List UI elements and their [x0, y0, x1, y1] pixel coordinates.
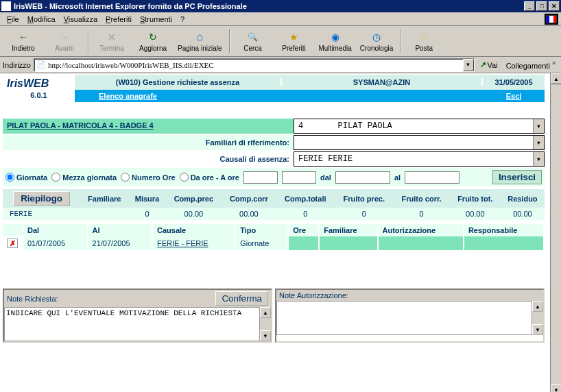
toolbar-separator: [400, 29, 401, 53]
window-title: IrisWEB - Microsoft Internet Explorer fo…: [14, 2, 524, 10]
causali-row: Causali di assenza: FERIE FERIE ▼: [3, 151, 545, 167]
detail-header-row: Dal Al Causale Tipo Ore Familiare Autori…: [3, 224, 544, 236]
delete-icon[interactable]: [7, 238, 18, 248]
cell-comp-prec: 00.00: [166, 208, 222, 220]
media-button[interactable]: Multimedia: [315, 27, 356, 55]
causali-select[interactable]: FERIE FERIE ▼: [294, 151, 545, 167]
col-fruito-tot: Fruito tot.: [450, 189, 501, 208]
note-autorizzazione: Note Autorizzazione: ▲▼: [275, 289, 545, 343]
page-content: IrisWEB 6.0.1 (W010) Gestione richieste …: [0, 73, 550, 392]
inserisci-button[interactable]: Inserisci: [492, 170, 542, 184]
brand-version: 6.0.1: [7, 90, 71, 99]
date-label: 31/05/2005: [483, 78, 545, 86]
back-button[interactable]: Indietro: [3, 27, 44, 55]
toolbar-separator: [88, 29, 88, 53]
user-label: SYSMAN@AZIN: [280, 78, 483, 86]
input-ore1[interactable]: [243, 171, 278, 184]
input-al[interactable]: [405, 171, 459, 184]
riepilogo-button[interactable]: Riepilogo: [13, 191, 70, 206]
col-comp-corr: Comp.corr: [222, 189, 276, 208]
cell-comp-corr: 00.00: [222, 208, 276, 220]
menu-modifica[interactable]: Modifica: [23, 14, 60, 25]
note-richiesta-textarea[interactable]: [4, 307, 260, 341]
home-button[interactable]: Pagina iniziale: [174, 27, 226, 55]
close-button[interactable]: ✕: [549, 1, 560, 11]
search-button[interactable]: Cerca: [232, 27, 274, 55]
conferma-button[interactable]: Conferma: [215, 291, 268, 306]
col-fruito-prec: Fruito prec.: [335, 189, 393, 208]
nav-esci[interactable]: Esci: [483, 92, 545, 100]
familiari-row: Familiari di riferimento: ▼: [3, 135, 545, 150]
menu-preferiti[interactable]: Preferiti: [102, 14, 136, 25]
note-autorizzazione-textarea[interactable]: [276, 301, 532, 335]
dcell-al: 21/07/2005: [88, 236, 153, 250]
chevron-down-icon[interactable]: ▼: [533, 152, 544, 166]
person-label[interactable]: PILAT PAOLA - MATRICOLA 4 - BADGE 4: [3, 119, 294, 134]
radio-mezza[interactable]: Mezza giornata: [51, 173, 117, 182]
toolbar: Indietro Avanti Termina Aggiorna Pagina …: [0, 26, 561, 57]
riepilogo-table: Riepilogo Familiare Misura Comp.prec Com…: [3, 189, 545, 220]
input-ore2[interactable]: [282, 171, 316, 184]
menu-file[interactable]: File: [3, 14, 23, 25]
forward-icon: [58, 30, 71, 44]
chevron-down-icon[interactable]: ▼: [533, 119, 544, 133]
familiari-label: Familiari di riferimento:: [3, 136, 294, 149]
note-autorizzazione-label: Note Autorizzazione:: [279, 291, 348, 299]
address-input[interactable]: [48, 61, 463, 69]
maximize-button[interactable]: □: [536, 1, 547, 11]
page-icon: [36, 60, 47, 71]
scroll-down-icon[interactable]: ▼: [551, 384, 561, 392]
menu-visualizza[interactable]: Visualizza: [60, 14, 102, 25]
dcell-responsabile: [464, 236, 544, 250]
dcol-tipo: Tipo: [235, 224, 288, 236]
input-dal[interactable]: [335, 171, 390, 184]
cell-fruito-tot: 00.00: [450, 208, 501, 220]
vertical-scrollbar[interactable]: ▲ ▼: [550, 73, 561, 392]
app-header: IrisWEB 6.0.1 (W010) Gestione richieste …: [3, 75, 545, 102]
options-row: Giornata Mezza giornata Numero Ore Da or…: [3, 168, 545, 186]
causali-label: Causali di assenza:: [3, 152, 294, 166]
radio-numero-ore[interactable]: Numero Ore: [121, 173, 176, 182]
links-label[interactable]: Collegamenti »: [503, 60, 558, 70]
textarea-scrollbar[interactable]: ▲▼: [260, 307, 271, 341]
app-icon: [1, 1, 11, 11]
dcol-causale: Causale: [152, 224, 235, 236]
dcol-al: Al: [88, 224, 153, 236]
nav-elenco[interactable]: Elenco anagrafe: [75, 92, 181, 100]
mail-button[interactable]: Posta: [403, 27, 444, 55]
star-icon: [287, 30, 301, 44]
menu-help[interactable]: ?: [176, 14, 189, 25]
go-icon: [480, 60, 486, 69]
dcell-causale[interactable]: FERIE - FERIE: [157, 239, 208, 247]
home-icon: [193, 30, 206, 44]
stop-button[interactable]: Termina: [91, 27, 132, 55]
dcell-autorizzazione: [378, 236, 464, 250]
familiari-select[interactable]: ▼: [294, 135, 545, 150]
mail-icon: [417, 30, 431, 44]
window-buttons: _ □ ✕: [524, 1, 560, 11]
riepilogo-label: FERIE: [3, 208, 80, 220]
go-button[interactable]: Vai: [477, 58, 501, 72]
textarea-scrollbar[interactable]: ▲▼: [532, 301, 543, 335]
address-dropdown[interactable]: ▼: [463, 59, 474, 71]
scroll-up-icon[interactable]: ▲: [551, 73, 561, 84]
person-bar: PILAT PAOLA - MATRICOLA 4 - BADGE 4 4 PI…: [3, 119, 545, 134]
dcell-tipo: Giornate: [235, 236, 288, 250]
refresh-button[interactable]: Aggiorna: [132, 27, 174, 55]
history-button[interactable]: Cronologia: [356, 27, 397, 55]
person-select-value: 4 PILAT PAOLA: [294, 121, 533, 131]
favorites-button[interactable]: Preferiti: [274, 27, 315, 55]
back-icon: [16, 30, 30, 44]
radio-da-a[interactable]: Da ore - A ore: [180, 173, 239, 182]
radio-giornata[interactable]: Giornata: [5, 173, 47, 182]
person-select[interactable]: 4 PILAT PAOLA ▼: [294, 119, 545, 134]
col-comp-totali: Comp.totali: [276, 189, 335, 208]
dcol-dal: Dal: [23, 224, 88, 236]
chevron-down-icon[interactable]: ▼: [533, 136, 544, 149]
forward-button[interactable]: Avanti: [44, 27, 85, 55]
dcol-responsabile: Responsabile: [464, 224, 544, 236]
menu-strumenti[interactable]: Strumenti: [136, 14, 176, 25]
window-titlebar: IrisWEB - Microsoft Internet Explorer fo…: [0, 0, 561, 12]
toolbar-separator: [229, 29, 230, 53]
minimize-button[interactable]: _: [524, 1, 535, 11]
